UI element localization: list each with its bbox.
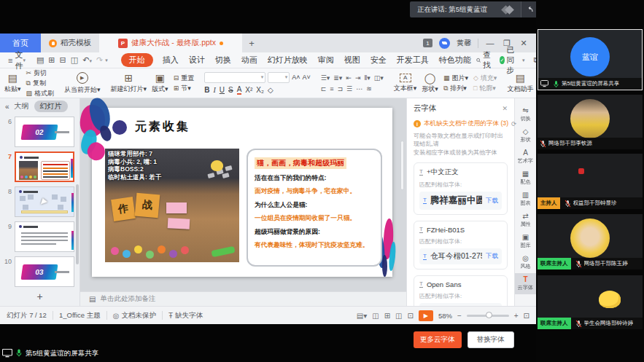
- message-count-badge[interactable]: 1: [423, 39, 432, 47]
- ribbon-tab-slideshow[interactable]: 幻灯片放映: [268, 55, 308, 66]
- file-menu[interactable]: 文件: [15, 50, 23, 71]
- slide-8-thumbnail[interactable]: [15, 186, 74, 217]
- video-tile-2[interactable]: 网络部干部李钦源: [538, 95, 643, 149]
- rail-item-transition[interactable]: ⇋切换: [515, 104, 536, 125]
- format-painter-button[interactable]: ▨格式刷: [26, 89, 55, 98]
- font-size-select[interactable]: ▾: [268, 72, 290, 83]
- notes-view-icon[interactable]: ⊡: [408, 312, 414, 320]
- panel-scrollbar[interactable]: [76, 184, 79, 264]
- shapes-button[interactable]: ◯形状▾: [422, 73, 438, 94]
- normal-view-icon[interactable]: ◫: [372, 312, 379, 320]
- line-spacing-icon[interactable]: ⫴▾: [364, 74, 370, 82]
- thumbnail-row-10[interactable]: 10 03: [0, 254, 79, 289]
- tab-document[interactable]: P 健康大作战 - 最终版.pptx: [99, 34, 242, 52]
- fit-slide-icon[interactable]: ⊡: [524, 312, 529, 320]
- slide-6-thumbnail[interactable]: 02: [15, 117, 74, 147]
- indent-increase-icon[interactable]: ⇥: [355, 74, 361, 82]
- ribbon-tab-insert[interactable]: 插入: [163, 55, 179, 66]
- slideshow-play-button[interactable]: ▶: [419, 310, 433, 321]
- align-left-icon[interactable]: ⊏: [321, 85, 327, 93]
- underline-button[interactable]: U: [220, 86, 225, 94]
- slide-canvas[interactable]: 元素收集 作 战: [80, 98, 406, 306]
- ribbon-tab-review[interactable]: 审阅: [318, 55, 334, 66]
- zoom-percent[interactable]: 58%: [438, 312, 452, 320]
- copy-button[interactable]: ⧉复制: [26, 79, 55, 88]
- sync-status[interactable]: ✓ 已同步▾: [500, 45, 524, 76]
- download-link[interactable]: 下载: [486, 197, 498, 205]
- thumbnail-row-7[interactable]: 7: [0, 149, 79, 184]
- rail-item-cloud-fonts[interactable]: T云字体: [515, 273, 536, 294]
- slide-sorter-icon[interactable]: ⊞: [384, 312, 390, 320]
- distribute-icon[interactable]: ⋯: [356, 85, 362, 93]
- rail-item-gallery[interactable]: ▣图库: [515, 231, 536, 252]
- slide-textbox[interactable]: 猫，画画，病毒和超级玛丽 活在在当下的我们的特点: 面对疫情，与病毒斗争，宅在家…: [247, 149, 382, 267]
- export-icon[interactable]: ⊞: [48, 55, 55, 65]
- ribbon-tab-transition[interactable]: 切换: [215, 55, 231, 66]
- picture-button[interactable]: ▦图片▾: [443, 74, 468, 83]
- video-tile-4[interactable]: 联席主持人 网络部干部陈玉婷: [538, 214, 643, 269]
- video-tile-5[interactable]: 联席主持人 学生会网络部钟诗婷: [538, 275, 643, 329]
- italic-button[interactable]: I: [213, 86, 215, 94]
- refresh-icon[interactable]: ⟳: [511, 120, 516, 127]
- indent-decrease-icon[interactable]: ⇤: [346, 74, 352, 82]
- tab-docer[interactable]: 稻壳模板: [41, 34, 99, 52]
- rail-item-colors[interactable]: ▦配色: [515, 168, 536, 189]
- bullets-icon[interactable]: ☰▾: [321, 74, 330, 82]
- redo-icon[interactable]: ↷: [96, 55, 103, 65]
- reading-view-icon[interactable]: ◫: [395, 312, 402, 320]
- text-effect-icon[interactable]: ◇: [268, 86, 273, 94]
- layout-button[interactable]: ▣版式▾: [152, 73, 168, 94]
- ribbon-tab-security[interactable]: 安全: [371, 55, 387, 66]
- notes-toggle-icon[interactable]: ▤▾: [357, 312, 367, 320]
- numbering-icon[interactable]: ≣▾: [333, 74, 342, 82]
- decrease-font-icon[interactable]: A˅: [302, 74, 310, 81]
- text-direction-icon[interactable]: ≋: [366, 85, 372, 93]
- undo-icon[interactable]: ↶▾: [82, 55, 92, 65]
- bold-button[interactable]: B: [204, 86, 209, 94]
- subscript-button[interactable]: X₂: [256, 86, 264, 94]
- collapse-panel-icon[interactable]: «: [5, 103, 9, 111]
- video-tile-3[interactable]: 主持人 权益部干部钟显珍: [538, 154, 643, 209]
- cut-button[interactable]: ✂剪切: [26, 68, 55, 78]
- theme-name[interactable]: 1_Office 主题: [59, 311, 101, 320]
- hamburger-icon[interactable]: ≡: [8, 56, 12, 65]
- reset-button[interactable]: ⊟重置: [174, 74, 195, 83]
- paste-button[interactable]: ▤粘贴▾: [4, 73, 21, 94]
- add-slide-button[interactable]: +: [0, 291, 79, 302]
- zoom-in-icon[interactable]: +: [514, 312, 519, 320]
- ribbon-tab-design[interactable]: 设计: [189, 55, 205, 66]
- font-name-select[interactable]: ▾: [204, 72, 265, 83]
- new-tab-button[interactable]: +: [242, 34, 261, 52]
- thumbnail-row-6[interactable]: 6 02: [0, 114, 79, 149]
- ribbon-tab-devtools[interactable]: 开发工具: [397, 55, 429, 66]
- ribbon-tab-features[interactable]: 特色功能: [439, 55, 471, 66]
- increase-font-icon[interactable]: A˄: [292, 74, 300, 81]
- canvas-scrollbar[interactable]: [400, 141, 404, 190]
- fill-button[interactable]: ◇填充▾: [473, 74, 497, 83]
- ribbon-tab-view[interactable]: 视图: [344, 55, 360, 66]
- rail-item-style[interactable]: ◎风格: [515, 252, 536, 273]
- quickbar-caret-icon[interactable]: ▾: [105, 58, 108, 63]
- zoom-slider[interactable]: [467, 315, 509, 317]
- video-tile-1[interactable]: 蓝谊 第5组黄蓝谊的屏幕共享: [538, 29, 643, 90]
- align-right-icon[interactable]: ⊐: [338, 85, 344, 93]
- textbox-button[interactable]: A文本框▾: [394, 74, 417, 93]
- notes-bar[interactable]: ▤ 单击此处添加备注: [80, 291, 406, 306]
- user-avatar[interactable]: [439, 38, 450, 49]
- print-preview-icon[interactable]: ◫: [71, 55, 78, 65]
- rail-item-wordart[interactable]: A艺术字: [515, 146, 536, 168]
- slide-7[interactable]: 元素收集 作 战: [92, 108, 392, 277]
- rail-item-shapes[interactable]: ◇形状: [515, 125, 536, 146]
- slide-7-thumbnail-current[interactable]: [15, 152, 74, 182]
- save-icon[interactable]: ▤: [36, 55, 44, 65]
- font-panel-close-icon[interactable]: ✕: [502, 105, 508, 112]
- print-icon[interactable]: ⊟: [60, 55, 66, 65]
- rail-item-charts[interactable]: ▥图表: [515, 189, 536, 210]
- zoom-out-icon[interactable]: −: [457, 312, 462, 320]
- section-button[interactable]: ⊞节▾: [174, 84, 195, 93]
- ribbon-tab-animation[interactable]: 动画: [241, 55, 257, 66]
- slide-photo[interactable]: 作 战 猫咪常用部件: 7 病毒小兵: 2, 嘴: 1: [105, 149, 239, 262]
- missing-font-status[interactable]: Ŧ缺失字体: [168, 311, 203, 320]
- more-cloud-fonts-button[interactable]: 更多云字体: [414, 331, 462, 348]
- thumbnail-row-8[interactable]: 8: [0, 184, 79, 219]
